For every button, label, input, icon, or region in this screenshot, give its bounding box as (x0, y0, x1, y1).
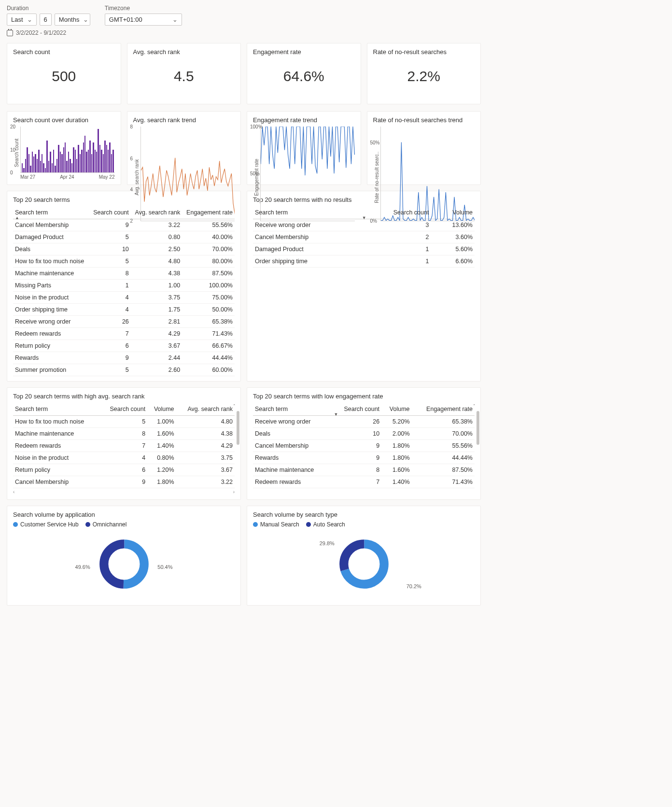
col-avg-rank[interactable]: Avg. search rank (131, 206, 182, 219)
chart-engagement[interactable]: Engagement rate trend Engagement rate 10… (247, 111, 361, 185)
table-row[interactable]: Machine maintenance84.3887.50% (13, 268, 235, 280)
bar (88, 150, 89, 173)
bar (25, 159, 26, 173)
kpi-no-result: Rate of no-result searches 2.2% (367, 43, 481, 104)
table-row[interactable]: Order shipping time16.60% (253, 255, 475, 268)
bar (56, 159, 57, 173)
table-row[interactable]: Return policy63.6766.67% (13, 340, 235, 352)
bar (70, 159, 70, 173)
table-row[interactable]: Cancel Membership23.60% (253, 231, 475, 243)
table-row[interactable]: Missing Parts11.00100.00% (13, 280, 235, 292)
chart-volume-by-type[interactable]: Search volume by search type Manual Sear… (247, 506, 481, 606)
table-row[interactable]: Redeem rewards71.40%71.43% (253, 476, 475, 488)
col-volume[interactable]: Volume (431, 206, 475, 219)
col-engagement[interactable]: Engagement rate (182, 206, 235, 219)
bar (111, 154, 112, 172)
chart-avg-rank[interactable]: Avg. search rank trend Avg. search rank … (127, 111, 241, 185)
col-volume[interactable]: Volume (147, 403, 176, 416)
bar (104, 141, 105, 173)
col-search-count[interactable]: Search count (100, 403, 148, 416)
duration-unit-select[interactable]: Months⌄ (55, 14, 90, 26)
chart-no-result[interactable]: Rate of no-result searches trend Rate of… (367, 111, 481, 185)
bar (32, 152, 33, 172)
filter-bar: Duration Last⌄ 6 Months⌄ Timezone GMT+01… (7, 5, 481, 26)
kpi-search-count: Search count 500 (7, 43, 121, 104)
bar (61, 154, 62, 172)
chevron-down-icon: ⌄ (172, 16, 178, 23)
bar (96, 152, 97, 172)
bar (52, 163, 53, 172)
table-row[interactable]: Cancel Membership91.80%55.56% (253, 440, 475, 452)
bar (99, 145, 100, 172)
bar (40, 161, 41, 172)
table-row[interactable]: Deals102.5070.00% (13, 243, 235, 255)
bar (37, 159, 38, 173)
bar (73, 147, 74, 172)
table-row[interactable]: Deals102.00%70.00% (253, 428, 475, 440)
table-row[interactable]: Receive wrong order265.20%65.38% (253, 416, 475, 428)
table-row[interactable]: Machine maintenance81.60%87.50% (253, 464, 475, 476)
col-engagement[interactable]: Engagement rate˄ (412, 403, 475, 416)
bar (112, 150, 113, 173)
bar (91, 154, 92, 172)
table-row[interactable]: Redeem rewards71.40%4.29 (13, 440, 235, 452)
col-search-term[interactable]: Search term (253, 403, 332, 416)
bar (58, 145, 59, 172)
sort-asc-icon: ˄ (233, 404, 236, 409)
table-row[interactable]: How to fix too much noise54.8080.00% (13, 255, 235, 268)
duration-last-select[interactable]: Last⌄ (7, 14, 37, 26)
bar (71, 163, 72, 172)
col-search-count[interactable]: Search count▼ (360, 206, 431, 219)
table-row[interactable]: Order shipping time41.7550.00% (13, 304, 235, 316)
col-volume[interactable]: Volume (381, 403, 411, 416)
bar (33, 156, 34, 172)
scrollbar[interactable] (237, 411, 239, 445)
scroll-right-icon[interactable]: › (233, 489, 235, 495)
table-row[interactable]: Redeem rewards74.2971.43% (13, 328, 235, 340)
duration-label: Duration (7, 5, 90, 12)
bar (30, 166, 31, 172)
table-row[interactable]: Damaged Product15.60% (253, 243, 475, 255)
date-range-text: 3/2/2022 - 9/1/2022 (16, 29, 66, 36)
col-search-term[interactable]: Search term▲ (13, 206, 89, 219)
table-row[interactable]: Cancel Membership91.80%3.22 (13, 476, 235, 488)
col-search-term[interactable]: Search term (13, 403, 100, 416)
chart-volume-by-app[interactable]: Search volume by application Customer Se… (7, 506, 241, 606)
scrollbar[interactable] (476, 411, 479, 445)
table-row[interactable]: Machine maintenance81.60%4.38 (13, 428, 235, 440)
bar (38, 150, 39, 173)
bar (101, 150, 102, 173)
col-avg-rank[interactable]: Avg. search rank˄ (176, 403, 235, 416)
table-row[interactable]: How to fix too much noise51.00%4.80 (13, 416, 235, 428)
chart-search-count[interactable]: Search count over duration Search count … (7, 111, 121, 185)
table-row[interactable]: Rewards91.80%44.44% (253, 452, 475, 464)
bar (68, 152, 69, 172)
bar (35, 154, 36, 172)
sort-asc-icon: ▲ (15, 215, 19, 220)
legend-dot-icon (253, 522, 258, 527)
bar (46, 141, 47, 173)
table-row[interactable]: Return policy61.20%3.67 (13, 464, 235, 476)
bar (103, 154, 104, 172)
col-search-count[interactable]: Search count (89, 206, 131, 219)
table-row[interactable]: Noise in the product43.7575.00% (13, 292, 235, 304)
bar (95, 150, 96, 173)
table-row[interactable]: Noise in the product40.80%3.75 (13, 452, 235, 464)
col-search-term[interactable]: Search term (253, 206, 360, 219)
col-search-count[interactable]: Search count▼ (332, 403, 382, 416)
table-row[interactable]: Damaged Product50.8040.00% (13, 231, 235, 243)
legend-dot-icon (85, 522, 90, 527)
bar (55, 166, 56, 172)
bar (86, 152, 87, 172)
duration-qty-input[interactable]: 6 (40, 14, 52, 26)
bar (78, 145, 79, 172)
bar (43, 163, 44, 172)
table-row[interactable]: Rewards92.4444.44% (13, 352, 235, 364)
table-row[interactable]: Summer promotion52.6060.00% (13, 364, 235, 376)
bar (23, 168, 24, 173)
timezone-select[interactable]: GMT+01:00⌄ (105, 14, 182, 26)
scroll-left-icon[interactable]: ‹ (13, 489, 14, 495)
bar (22, 163, 23, 172)
bar (66, 161, 67, 172)
table-row[interactable]: Receive wrong order262.8165.38% (13, 316, 235, 328)
